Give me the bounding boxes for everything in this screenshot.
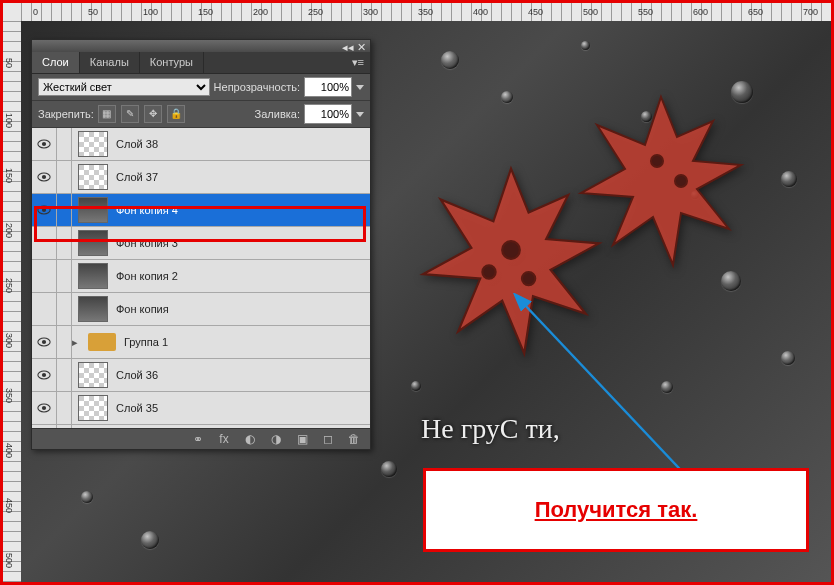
trash-icon[interactable]: 🗑 xyxy=(346,432,362,446)
layer-row[interactable]: Слой 38 xyxy=(32,128,370,161)
link-icon[interactable]: ⚭ xyxy=(190,432,206,446)
opacity-label: Непрозрачность: xyxy=(214,81,300,93)
panel-footer: ⚭ fx ◐ ◑ ▣ ◻ 🗑 xyxy=(32,428,370,449)
layer-name[interactable]: Фон копия xyxy=(114,303,370,315)
svg-point-10 xyxy=(42,175,46,179)
layers-panel: ◂◂ ✕ Слои Каналы Контуры ▾≡ Жесткий свет… xyxy=(31,39,371,450)
panel-menu-icon[interactable]: ▾≡ xyxy=(346,52,370,73)
layer-name[interactable]: Слой 38 xyxy=(114,138,370,150)
layer-name[interactable]: Слой 35 xyxy=(114,402,370,414)
layer-thumbnail[interactable] xyxy=(78,263,108,289)
ruler-corner xyxy=(3,3,22,22)
fill-dropdown-icon[interactable] xyxy=(356,112,364,117)
fill-input[interactable] xyxy=(304,104,352,124)
layer-name[interactable]: Фон копия 4 xyxy=(114,204,370,216)
svg-point-3 xyxy=(522,272,535,285)
panel-header[interactable]: ◂◂ ✕ xyxy=(32,40,370,52)
lock-label: Закрепить: xyxy=(38,108,94,120)
leaf-right xyxy=(561,81,761,281)
svg-point-2 xyxy=(482,265,495,278)
visibility-toggle[interactable] xyxy=(32,293,57,325)
group-icon[interactable]: ▣ xyxy=(294,432,310,446)
layer-thumbnail[interactable] xyxy=(88,333,116,351)
layer-name[interactable]: Слой 36 xyxy=(114,369,370,381)
adjust-icon[interactable]: ◑ xyxy=(268,432,284,446)
svg-point-6 xyxy=(675,175,687,187)
svg-point-14 xyxy=(42,340,46,344)
tab-channels[interactable]: Каналы xyxy=(80,52,140,73)
lock-move-icon[interactable]: ✥ xyxy=(144,105,162,123)
svg-point-12 xyxy=(42,208,46,212)
layer-thumbnail[interactable] xyxy=(78,395,108,421)
layer-name[interactable]: Слой 37 xyxy=(114,171,370,183)
svg-marker-4 xyxy=(581,97,741,265)
visibility-toggle[interactable] xyxy=(32,359,57,391)
svg-point-18 xyxy=(42,406,46,410)
visibility-toggle[interactable] xyxy=(32,260,57,292)
ruler-vertical: 50100150200250300350400450500 xyxy=(3,21,22,582)
panel-collapse-icon[interactable]: ◂◂ xyxy=(342,41,351,50)
opacity-input[interactable] xyxy=(304,77,352,97)
visibility-toggle[interactable] xyxy=(32,392,57,424)
layer-row[interactable]: Фон копия 3 xyxy=(32,227,370,260)
visibility-toggle[interactable] xyxy=(32,194,57,226)
svg-point-16 xyxy=(42,373,46,377)
layer-row[interactable]: Фон копия 2 xyxy=(32,260,370,293)
layer-thumbnail[interactable] xyxy=(78,197,108,223)
layer-thumbnail[interactable] xyxy=(78,362,108,388)
callout-box: Получится так. xyxy=(423,468,809,552)
tab-layers[interactable]: Слои xyxy=(32,52,80,73)
layer-name[interactable]: Группа 1 xyxy=(122,336,370,348)
layer-row[interactable]: ▸Группа 1 xyxy=(32,326,370,359)
layer-thumbnail[interactable] xyxy=(78,230,108,256)
canvas-script-text: Не груС ти, xyxy=(421,413,560,445)
mask-icon[interactable]: ◐ xyxy=(242,432,258,446)
layer-row[interactable]: Слой 36 xyxy=(32,359,370,392)
layer-row[interactable]: Слой 35 xyxy=(32,392,370,425)
layer-name[interactable]: Фон копия 2 xyxy=(114,270,370,282)
svg-point-5 xyxy=(651,155,663,167)
visibility-toggle[interactable] xyxy=(32,425,57,428)
fx-icon[interactable]: fx xyxy=(216,432,232,446)
tab-paths[interactable]: Контуры xyxy=(140,52,204,73)
screenshot-stage: 0501001502002503003504004505005506006507… xyxy=(0,0,834,585)
layer-thumbnail[interactable] xyxy=(78,131,108,157)
panel-tabs: Слои Каналы Контуры ▾≡ xyxy=(32,52,370,74)
visibility-toggle[interactable] xyxy=(32,227,57,259)
lock-paint-icon[interactable]: ✎ xyxy=(121,105,139,123)
ruler-horizontal: 0501001502002503003504004505005506006507… xyxy=(21,3,831,22)
layer-thumbnail[interactable] xyxy=(78,164,108,190)
layer-name[interactable]: Фон копия 3 xyxy=(114,237,370,249)
layer-thumbnail[interactable] xyxy=(78,296,108,322)
layer-list: Слой 38Слой 37Фон копия 4Фон копия 3Фон … xyxy=(32,128,370,428)
opacity-dropdown-icon[interactable] xyxy=(356,85,364,90)
svg-point-8 xyxy=(42,142,46,146)
callout-text: Получится так. xyxy=(535,497,698,523)
new-icon[interactable]: ◻ xyxy=(320,432,336,446)
visibility-toggle[interactable] xyxy=(32,326,57,358)
blend-mode-select[interactable]: Жесткий свет xyxy=(38,78,210,96)
layer-row[interactable]: Фон копия 4 xyxy=(32,194,370,227)
visibility-toggle[interactable] xyxy=(32,128,57,160)
lock-all-icon[interactable]: 🔒 xyxy=(167,105,185,123)
fill-label: Заливка: xyxy=(255,108,300,120)
svg-point-1 xyxy=(502,241,520,259)
layer-row[interactable]: Фон копия xyxy=(32,293,370,326)
layer-row[interactable]: Слой 37 xyxy=(32,161,370,194)
panel-close-icon[interactable]: ✕ xyxy=(357,41,366,50)
lock-transparent-icon[interactable]: ▦ xyxy=(98,105,116,123)
visibility-toggle[interactable] xyxy=(32,161,57,193)
